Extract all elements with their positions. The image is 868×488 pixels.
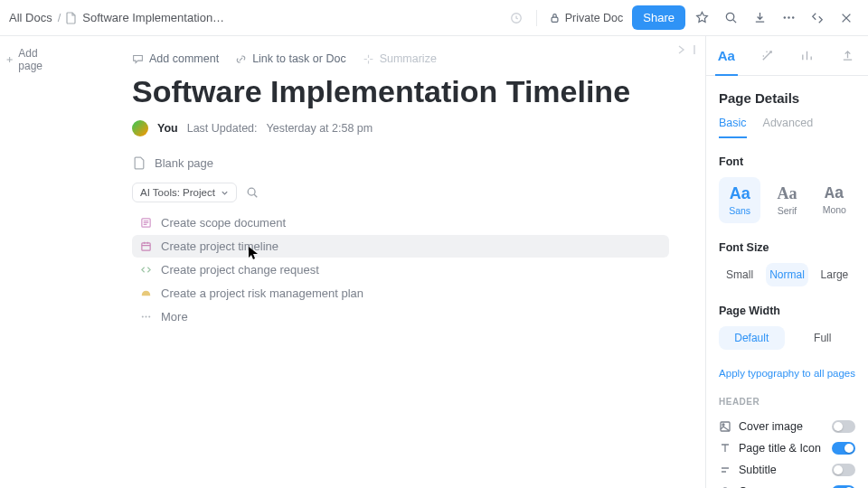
breadcrumb-all-docs[interactable]: All Docs [9,11,52,24]
svg-rect-1 [552,17,558,22]
apply-typography-link[interactable]: Apply typography to all pages [719,368,855,379]
download-icon[interactable] [747,5,772,31]
share-button[interactable]: Share [632,5,685,30]
last-updated-value: Yesterday at 2:58 pm [267,122,373,135]
pagewidth-full[interactable]: Full [790,326,856,350]
fontsize-large[interactable]: Large [814,263,855,286]
svg-point-11 [148,315,150,317]
author-you: You [157,122,178,135]
lock-icon [550,13,560,23]
panel-tab-typography[interactable]: Aa [706,36,747,75]
svg-point-6 [248,188,255,195]
sparkle-icon [363,53,374,65]
title-icon [719,442,731,455]
subtitle-icon [719,464,731,476]
history-icon[interactable] [504,5,529,31]
pagewidth-default[interactable]: Default [719,326,785,350]
subtab-basic[interactable]: Basic [719,117,747,138]
svg-point-10 [145,315,146,317]
add-page-button[interactable]: Add page [5,47,54,72]
svg-point-4 [788,16,789,18]
doc-icon [66,12,77,24]
export-icon [841,49,854,62]
search-icon[interactable] [246,186,259,199]
font-serif[interactable]: AaSerif [766,177,807,223]
star-icon[interactable] [689,5,714,31]
page-icon [134,156,146,170]
subtab-advanced[interactable]: Advanced [763,117,814,138]
ai-item-scope-doc[interactable]: Create scope document [132,211,669,234]
panel-tab-stats[interactable] [788,36,828,75]
svg-point-9 [141,315,143,317]
svg-point-5 [791,16,793,18]
link-to-task-button[interactable]: Link to task or Doc [235,52,346,65]
summarize-button[interactable]: Summarize [363,52,437,65]
image-icon [719,420,731,433]
breadcrumb-separator: / [58,11,61,24]
magnifier-icon[interactable] [718,5,743,31]
ai-item-more[interactable]: More [132,305,669,328]
pagewidth-label: Page Width [719,305,855,317]
toggle-label-subtitle: Subtitle [739,464,825,476]
stats-icon [800,49,814,62]
ai-item-risk-plan[interactable]: Create a project risk management plan [132,282,669,305]
avatar [132,120,148,136]
font-mono[interactable]: AaMono [814,177,855,223]
plus-icon [5,54,14,65]
sidebar-collapse-icon[interactable] [676,43,696,59]
toggle-label-cover: Cover image [739,420,825,433]
fontsize-normal[interactable]: Normal [766,263,808,286]
panel-tab-ai[interactable] [747,36,788,75]
font-sans[interactable]: AaSans [719,177,760,223]
page-title[interactable]: Software Implementation Timeline [132,74,669,109]
doc-list-icon [139,217,152,230]
code-icon [139,264,152,277]
comment-icon [132,53,144,65]
more-icon[interactable] [776,5,801,31]
wand-icon [760,49,774,62]
svg-point-2 [726,13,733,20]
ai-item-project-timeline[interactable]: Create project timeline [132,235,669,258]
toggle-label-title: Page title & Icon [739,442,825,455]
last-updated-label: Last Updated: [187,122,258,135]
ai-tools-dropdown[interactable]: AI Tools: Project [132,183,237,202]
helmet-icon [139,287,152,300]
calendar-icon [139,240,152,253]
ai-item-change-request[interactable]: Create project change request [132,258,669,281]
chevron-down-icon [221,189,229,197]
svg-point-13 [722,424,724,426]
link-icon [235,53,247,65]
add-comment-button[interactable]: Add comment [132,52,219,65]
svg-point-3 [783,16,785,18]
toggle-cover-image[interactable] [832,420,855,433]
collapse-icon[interactable] [805,5,830,31]
svg-rect-8 [141,243,149,250]
fontsize-label: Font Size [719,241,855,254]
private-doc-button[interactable]: Private Doc [550,12,624,24]
toggle-page-title-icon[interactable] [832,442,855,455]
blank-page-option[interactable]: Blank page [132,156,669,170]
toggle-subtitle[interactable] [832,464,855,476]
header-section-label: HEADER [719,397,855,407]
fontsize-small[interactable]: Small [719,263,760,286]
panel-tab-export[interactable] [827,36,868,75]
font-label: Font [719,155,855,168]
panel-title: Page Details [719,90,855,106]
close-icon[interactable] [834,5,859,31]
more-dots-icon [139,311,152,324]
breadcrumb-current[interactable]: Software Implementation… [82,11,224,24]
